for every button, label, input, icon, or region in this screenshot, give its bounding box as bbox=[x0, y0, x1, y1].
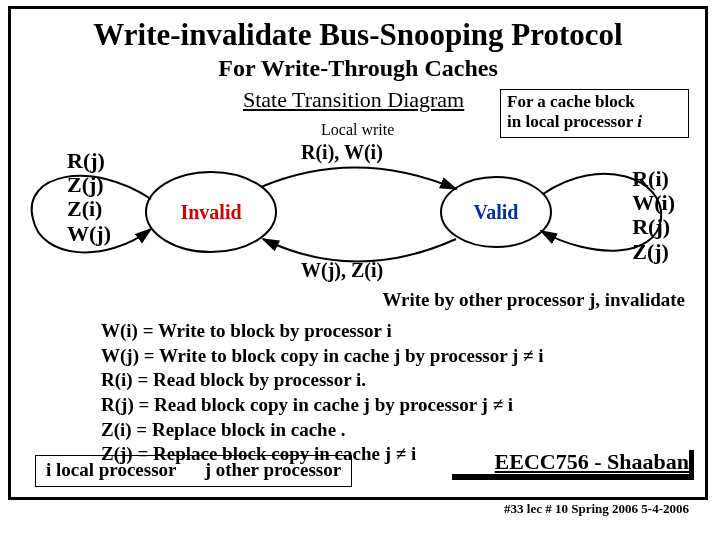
local-write-label: Local write bbox=[321, 121, 394, 139]
ev-Zj: Z(j) bbox=[67, 172, 104, 197]
top-arrow-label: R(i), W(i) bbox=[301, 141, 383, 164]
course-id: EECC756 - Shaaban bbox=[495, 449, 689, 475]
slide-title: Write-invalidate Bus-Snooping Protocol bbox=[11, 17, 705, 53]
bottom-arrow-label: W(j), Z(i) bbox=[301, 259, 383, 282]
context-note-i: i bbox=[637, 112, 642, 131]
ev-Rj: R(j) bbox=[67, 148, 105, 173]
valid-self-events: R(i) W(i) R(j) Z(j) bbox=[632, 167, 675, 264]
legend-Rj: R(j) = Read block copy in cache j by pro… bbox=[101, 394, 513, 415]
context-note-line2a: in local processor bbox=[507, 112, 637, 131]
footer-i: i local processor bbox=[46, 459, 176, 480]
slide-frame: Write-invalidate Bus-Snooping Protocol F… bbox=[8, 6, 708, 500]
ev-Zj2: Z(j) bbox=[632, 239, 669, 264]
ev-Zi: Z(i) bbox=[67, 196, 102, 221]
legend-Zi: Z(i) = Replace block in cache . bbox=[101, 419, 346, 440]
symbol-legend: W(i) = Write to block by processor i W(j… bbox=[101, 319, 544, 467]
arrow-invalid-to-valid bbox=[261, 167, 456, 189]
slide-subheading: State Transition Diagram bbox=[243, 87, 464, 113]
state-diagram-svg: Invalid Valid bbox=[11, 139, 711, 309]
invalidate-caption: Write by other processor j, invalidate bbox=[382, 289, 685, 311]
processor-legend-box: i local processor j other processor bbox=[35, 455, 352, 487]
legend-Ri: R(i) = Read block by processor i. bbox=[101, 369, 366, 390]
context-note-box: For a cache block in local processor i bbox=[500, 89, 689, 138]
invalid-self-events: R(j) Z(j) Z(i) W(j) bbox=[67, 149, 111, 246]
ev-Wj: W(j) bbox=[67, 221, 111, 246]
ev-Rj2: R(j) bbox=[632, 214, 670, 239]
lecture-info: #33 lec # 10 Spring 2006 5-4-2006 bbox=[504, 501, 689, 517]
slide-subtitle: For Write-Through Caches bbox=[11, 55, 705, 82]
footer-j: j other processor bbox=[205, 459, 342, 480]
ev-Ri: R(i) bbox=[632, 166, 669, 191]
state-valid-label: Valid bbox=[474, 201, 519, 223]
state-invalid-label: Invalid bbox=[180, 201, 241, 223]
legend-Wj: W(j) = Write to block copy in cache j by… bbox=[101, 345, 544, 366]
ev-Wi: W(i) bbox=[632, 190, 675, 215]
context-note-line1: For a cache block bbox=[507, 92, 635, 111]
course-shadow-v bbox=[689, 450, 694, 480]
legend-Wi: W(i) = Write to block by processor i bbox=[101, 320, 392, 341]
